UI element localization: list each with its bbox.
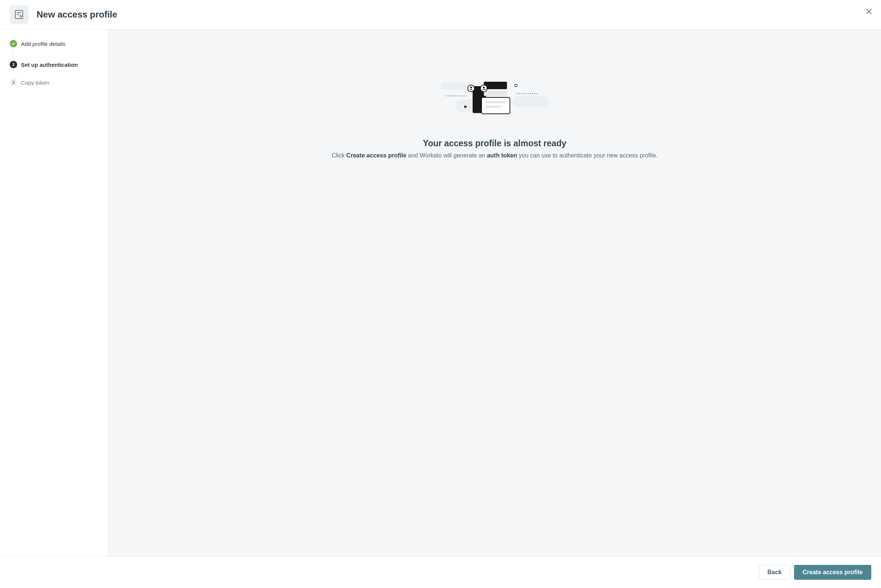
dialog-footer: Back Create access profile [0, 556, 881, 588]
step-set-up-authentication[interactable]: 2 Set up authentication [10, 61, 98, 68]
step-number-icon: 2 [10, 61, 17, 68]
svg-point-21 [483, 87, 485, 88]
back-button[interactable]: Back [759, 565, 790, 580]
main-content: Your access profile is almost ready Clic… [108, 30, 881, 556]
dialog-header: New access profile [0, 0, 881, 30]
create-access-profile-button[interactable]: Create access profile [794, 565, 871, 580]
step-connector [14, 49, 14, 59]
step-label: Add profile details [21, 40, 65, 47]
svg-rect-14 [484, 91, 507, 96]
svg-rect-7 [512, 96, 549, 107]
close-button[interactable] [864, 8, 873, 16]
step-label: Set up authentication [21, 62, 78, 68]
step-label: Copy token [21, 80, 49, 86]
svg-point-19 [471, 87, 472, 88]
svg-rect-16 [485, 101, 506, 104]
close-icon [866, 9, 872, 16]
main-heading: Your access profile is almost ready [423, 138, 566, 148]
step-add-profile-details[interactable]: Add profile details [10, 40, 98, 47]
step-copy-token[interactable]: 3 Copy token [10, 79, 98, 86]
svg-rect-17 [485, 106, 501, 108]
check-circle-icon [10, 40, 17, 47]
page-title: New access profile [37, 9, 117, 20]
step-number-icon: 3 [10, 79, 17, 86]
profile-document-icon [10, 5, 29, 24]
wizard-steps-sidebar: Add profile details 2 Set up authenticat… [0, 30, 108, 556]
svg-point-11 [515, 84, 517, 87]
access-profile-illustration [440, 82, 549, 117]
main-description: Click Create access profile and Workato … [331, 152, 657, 159]
